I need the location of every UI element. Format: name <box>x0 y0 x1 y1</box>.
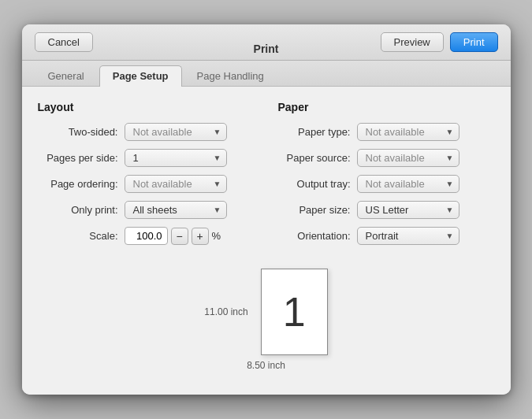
preview-section: 11.00 inch 1 8.50 inch <box>38 269 495 379</box>
paper-column: Paper Paper type: Not available ▼ Paper … <box>278 101 495 253</box>
page-ordering-label: Page ordering: <box>38 178 125 190</box>
two-sided-value: Not available <box>133 126 192 138</box>
paper-size-arrow-icon: ▼ <box>446 206 454 214</box>
preview-wrapper: 11.00 inch 1 <box>204 269 327 355</box>
cancel-button[interactable]: Cancel <box>35 32 93 52</box>
title-bar-left: Cancel <box>35 32 93 52</box>
orientation-dropdown[interactable]: Portrait ▼ <box>357 227 459 245</box>
print-button[interactable]: Print <box>450 32 498 52</box>
width-label: 8.50 inch <box>247 360 285 371</box>
page-ordering-arrow-icon: ▼ <box>214 180 221 188</box>
output-tray-row: Output tray: Not available ▼ <box>278 175 495 193</box>
paper-size-label: Paper size: <box>278 204 357 216</box>
paper-size-value: US Letter <box>366 204 409 216</box>
paper-size-dropdown[interactable]: US Letter ▼ <box>357 201 459 219</box>
pages-per-side-value: 1 <box>133 152 139 164</box>
two-sided-label: Two-sided: <box>38 126 125 138</box>
title-bar: Cancel Print Preview Print <box>22 24 511 61</box>
preview-button[interactable]: Preview <box>381 32 444 52</box>
paper-type-arrow-icon: ▼ <box>446 128 454 136</box>
paper-source-row: Paper source: Not available ▼ <box>278 149 495 167</box>
only-print-row: Only print: All sheets ▼ <box>38 201 255 219</box>
paper-type-dropdown[interactable]: Not available ▼ <box>357 123 459 141</box>
page-number: 1 <box>283 288 306 336</box>
scale-controls: − + % <box>125 227 221 245</box>
scale-row: Scale: − + % <box>38 227 255 245</box>
output-tray-arrow-icon: ▼ <box>446 180 454 188</box>
paper-header: Paper <box>278 101 495 113</box>
page-ordering-value: Not available <box>133 178 192 190</box>
orientation-label: Orientation: <box>278 230 357 242</box>
scale-percent-label: % <box>212 230 221 242</box>
page-ordering-dropdown[interactable]: Not available ▼ <box>125 175 227 193</box>
dialog-title: Print <box>254 43 279 55</box>
tab-page-setup[interactable]: Page Setup <box>99 65 182 87</box>
paper-type-row: Paper type: Not available ▼ <box>278 123 495 141</box>
pages-per-side-label: Pages per side: <box>38 152 125 164</box>
orientation-value: Portrait <box>366 230 399 242</box>
page-ordering-row: Page ordering: Not available ▼ <box>38 175 255 193</box>
tab-bar: General Page Setup Page Handling <box>22 61 511 87</box>
print-dialog: Cancel Print Preview Print General Page … <box>22 24 511 395</box>
output-tray-value: Not available <box>366 178 425 190</box>
two-sided-row: Two-sided: Not available ▼ <box>38 123 255 141</box>
paper-source-dropdown[interactable]: Not available ▼ <box>357 149 459 167</box>
only-print-arrow-icon: ▼ <box>214 206 221 214</box>
two-column-layout: Layout Two-sided: Not available ▼ Pages … <box>38 101 495 253</box>
page-preview: 1 <box>261 269 328 355</box>
height-label: 11.00 inch <box>204 306 247 317</box>
title-bar-right: Preview Print <box>381 32 498 52</box>
output-tray-dropdown[interactable]: Not available ▼ <box>357 175 459 193</box>
orientation-arrow-icon: ▼ <box>446 232 454 240</box>
two-sided-arrow-icon: ▼ <box>214 128 221 136</box>
paper-size-row: Paper size: US Letter ▼ <box>278 201 495 219</box>
only-print-label: Only print: <box>38 204 125 216</box>
pages-per-side-row: Pages per side: 1 ▼ <box>38 149 255 167</box>
pages-per-side-dropdown[interactable]: 1 ▼ <box>125 149 227 167</box>
layout-column: Layout Two-sided: Not available ▼ Pages … <box>38 101 255 253</box>
only-print-value: All sheets <box>133 204 177 216</box>
tab-general[interactable]: General <box>35 65 98 86</box>
layout-header: Layout <box>38 101 255 113</box>
tab-page-handling[interactable]: Page Handling <box>184 65 277 86</box>
paper-source-arrow-icon: ▼ <box>446 154 454 162</box>
scale-minus-button[interactable]: − <box>171 228 188 245</box>
scale-plus-button[interactable]: + <box>192 228 209 245</box>
paper-source-label: Paper source: <box>278 152 357 164</box>
content-area: Layout Two-sided: Not available ▼ Pages … <box>22 87 511 395</box>
paper-source-value: Not available <box>366 152 425 164</box>
scale-label: Scale: <box>38 230 125 242</box>
output-tray-label: Output tray: <box>278 178 357 190</box>
pages-per-side-arrow-icon: ▼ <box>214 154 221 162</box>
two-sided-dropdown[interactable]: Not available ▼ <box>125 123 227 141</box>
paper-type-label: Paper type: <box>278 126 357 138</box>
orientation-row: Orientation: Portrait ▼ <box>278 227 495 245</box>
scale-input[interactable] <box>125 227 168 245</box>
paper-type-value: Not available <box>366 126 425 138</box>
only-print-dropdown[interactable]: All sheets ▼ <box>125 201 227 219</box>
